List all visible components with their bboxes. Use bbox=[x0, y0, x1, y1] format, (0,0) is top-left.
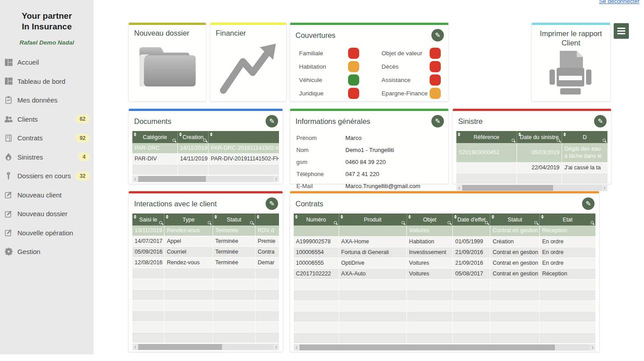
sort-icon[interactable] bbox=[408, 215, 411, 219]
horizontal-scrollbar[interactable]: ‹› bbox=[132, 176, 279, 182]
table-row-empty[interactable] bbox=[132, 322, 279, 332]
scrollbar-track[interactable] bbox=[462, 185, 602, 191]
table-row-empty[interactable] bbox=[132, 311, 279, 322]
table-row[interactable]: 05/09/2016CourrielTerminéeContra bbox=[132, 247, 279, 258]
table-row[interactable]: PAR-DRC14/11/2019PAR-DRC-201911141502-lo bbox=[132, 143, 279, 154]
scroll-left-icon[interactable]: ‹ bbox=[132, 176, 138, 182]
table-row[interactable]: 12/08/2016Rendez-vousTerminéeDemar bbox=[132, 258, 279, 268]
column-header[interactable]: Type bbox=[164, 213, 213, 226]
sidebar-item-nouvelle-operation[interactable]: Nouvelle opération bbox=[0, 223, 94, 242]
column-header[interactable]: Date d'effet bbox=[453, 213, 490, 226]
sidebar-item-accueil[interactable]: Accueil bbox=[0, 53, 94, 72]
edit-sinistre-button[interactable]: ✎ bbox=[594, 115, 607, 127]
sort-icon[interactable] bbox=[518, 132, 521, 136]
scroll-right-icon[interactable]: › bbox=[590, 345, 595, 350]
table-row-empty[interactable] bbox=[294, 322, 595, 333]
table-row-empty[interactable] bbox=[132, 164, 279, 175]
column-header[interactable]: Référence bbox=[456, 131, 517, 143]
sort-icon[interactable] bbox=[134, 132, 136, 136]
sidebar-item-dossiers-en-cours[interactable]: Dossiers en cours 32 bbox=[0, 167, 94, 186]
sidebar-item-clients[interactable]: Clients 62 bbox=[0, 110, 94, 129]
search-icon[interactable] bbox=[591, 221, 594, 224]
table-row[interactable]: VoituresContrat en gestionRéception bbox=[294, 226, 595, 237]
search-icon[interactable] bbox=[208, 221, 211, 224]
scroll-right-icon[interactable]: › bbox=[273, 176, 279, 182]
table-row-empty[interactable] bbox=[294, 333, 595, 344]
search-icon[interactable] bbox=[557, 139, 560, 142]
sort-icon[interactable] bbox=[214, 215, 217, 219]
search-icon[interactable] bbox=[603, 139, 606, 142]
sort-icon[interactable] bbox=[134, 215, 136, 219]
search-icon[interactable] bbox=[334, 221, 337, 224]
sort-icon[interactable] bbox=[454, 215, 457, 219]
table-row[interactable]: 100006554Fortuna di GeneraliInvestisseme… bbox=[294, 247, 595, 258]
scroll-left-icon[interactable]: ‹ bbox=[132, 344, 138, 350]
table-row[interactable]: 100006555OptiDriveVoitures21/09/2016Cont… bbox=[294, 258, 595, 269]
sort-icon[interactable] bbox=[492, 215, 494, 219]
column-header[interactable]: Statut bbox=[490, 213, 540, 226]
column-header[interactable]: D bbox=[562, 131, 607, 143]
sidebar-item-nouveau-dossier[interactable]: Nouveau dossier bbox=[0, 205, 94, 224]
table-row-empty[interactable] bbox=[132, 332, 279, 343]
search-icon[interactable] bbox=[447, 221, 451, 224]
column-header[interactable]: Produit bbox=[339, 213, 407, 226]
scroll-right-icon[interactable]: › bbox=[273, 344, 279, 350]
horizontal-scrollbar[interactable]: ‹› bbox=[456, 185, 607, 191]
table-row-empty[interactable] bbox=[294, 301, 595, 312]
edit-documents-button[interactable]: ✎ bbox=[266, 115, 278, 127]
card-imprimer-rapport[interactable]: Imprimer le rapport Client bbox=[531, 22, 611, 102]
edit-contrats-button[interactable]: ✎ bbox=[582, 197, 595, 210]
scrollbar-thumb[interactable] bbox=[299, 345, 555, 350]
column-header[interactable] bbox=[255, 213, 279, 226]
scroll-left-icon[interactable]: ‹ bbox=[294, 345, 299, 350]
table-row-empty[interactable] bbox=[294, 312, 595, 322]
sort-icon[interactable] bbox=[166, 215, 168, 219]
sort-icon[interactable] bbox=[295, 215, 298, 219]
column-header[interactable]: Saisi le bbox=[132, 213, 164, 226]
table-row-empty[interactable] bbox=[456, 173, 607, 184]
column-header[interactable]: Creation bbox=[178, 131, 209, 143]
column-header[interactable]: Etat bbox=[540, 213, 595, 226]
edit-interactions-button[interactable]: ✎ bbox=[266, 197, 278, 210]
sidebar-item-gestion[interactable]: Gestion bbox=[0, 242, 94, 262]
column-header[interactable]: Catégorie bbox=[132, 131, 178, 143]
sidebar-item-tableau-de-bord[interactable]: Tableau de bord bbox=[0, 72, 94, 91]
edit-informations-button[interactable]: ✎ bbox=[431, 115, 444, 127]
search-icon[interactable] bbox=[250, 221, 253, 224]
table-row[interactable]: 13/11/2019Rendez-vousTerminéeRDV d bbox=[132, 226, 279, 236]
card-financier[interactable]: Financier bbox=[210, 22, 287, 102]
table-row-empty[interactable] bbox=[294, 290, 595, 301]
sort-icon[interactable] bbox=[563, 132, 566, 136]
table-row[interactable]: PAR-DIV14/11/2019PAR-DIV-201911141502-FH bbox=[132, 154, 279, 164]
scroll-right-icon[interactable]: › bbox=[602, 185, 607, 191]
sort-icon[interactable] bbox=[340, 215, 343, 219]
table-row[interactable]: 22/04/2019J'ai cassé la ta bbox=[456, 163, 607, 173]
search-icon[interactable] bbox=[485, 221, 488, 224]
table-row-empty[interactable] bbox=[294, 279, 595, 290]
scrollbar-thumb[interactable] bbox=[138, 344, 222, 350]
sort-icon[interactable] bbox=[458, 132, 460, 136]
sidebar-item-contrats[interactable]: Contrats 92 bbox=[0, 129, 94, 148]
sort-icon[interactable] bbox=[179, 132, 182, 136]
horizontal-scrollbar[interactable]: ‹› bbox=[132, 344, 279, 350]
menu-hamburger-button[interactable] bbox=[614, 23, 629, 39]
column-header[interactable]: Date du sinistre bbox=[517, 131, 562, 143]
logout-link[interactable]: Se déconnecter bbox=[599, 0, 640, 4]
table-row-empty[interactable] bbox=[132, 279, 279, 290]
scroll-left-icon[interactable]: ‹ bbox=[456, 185, 462, 191]
table-row[interactable]: C2017102222AXA-AutoVoitures05/08/2017Con… bbox=[294, 269, 595, 279]
sort-icon[interactable] bbox=[210, 132, 213, 136]
sidebar-item-nouveau-client[interactable]: Nouveau client bbox=[0, 185, 94, 205]
scrollbar-track[interactable] bbox=[299, 345, 590, 350]
search-icon[interactable] bbox=[512, 139, 515, 142]
column-header[interactable]: Objet bbox=[407, 213, 453, 226]
column-header[interactable] bbox=[209, 131, 279, 143]
search-icon[interactable] bbox=[203, 139, 206, 142]
scrollbar-track[interactable] bbox=[138, 176, 274, 182]
scrollbar-thumb[interactable] bbox=[138, 176, 206, 182]
table-row-empty[interactable] bbox=[132, 300, 279, 311]
sort-icon[interactable] bbox=[541, 215, 544, 219]
column-header[interactable]: Statut bbox=[213, 213, 255, 226]
table-row[interactable]: 14/07/2017AppelTerminéePremie bbox=[132, 236, 279, 247]
table-row[interactable]: S20190300045205/03/2019Dégât des eau a l… bbox=[456, 143, 607, 163]
